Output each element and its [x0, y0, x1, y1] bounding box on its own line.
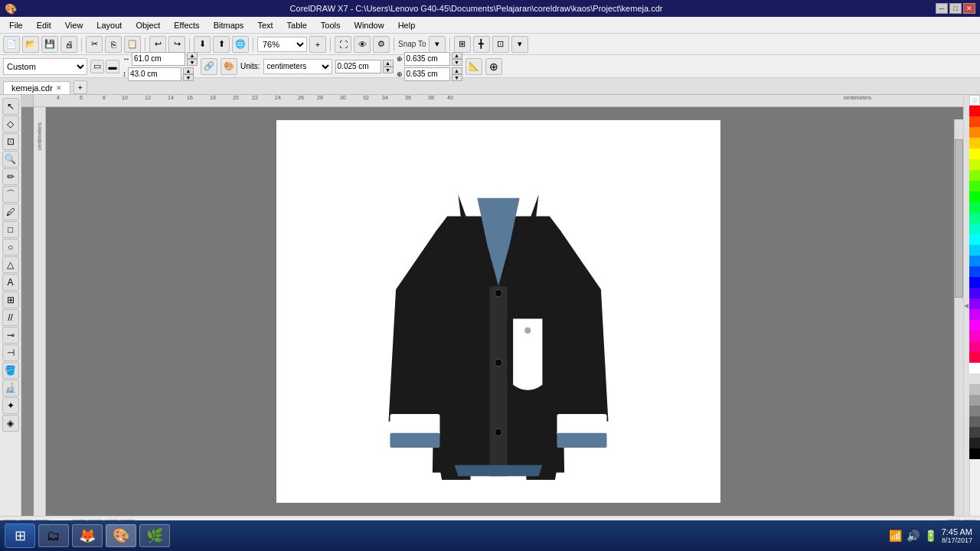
color-swatch-24[interactable] — [969, 363, 980, 373]
color-swatch-1[interactable] — [969, 116, 980, 127]
freehand-tool[interactable]: ✏ — [2, 168, 19, 185]
full-screen-btn[interactable]: ⛶ — [335, 36, 351, 53]
guide-btn[interactable]: ╋ — [473, 36, 490, 53]
parallel-tool[interactable]: // — [2, 309, 19, 326]
save-btn[interactable]: 💾 — [41, 36, 58, 53]
lock-aspect-btn[interactable]: 🔗 — [201, 58, 217, 75]
color-swatch-5[interactable] — [969, 159, 980, 170]
color-swatch-22[interactable] — [969, 341, 980, 352]
drawing-scale-btn[interactable]: 📐 — [466, 58, 482, 75]
bezier-tool[interactable]: ⌒ — [2, 186, 19, 203]
zoom-in-btn[interactable]: + — [309, 36, 326, 53]
color-swatch-19[interactable] — [969, 309, 980, 320]
connector-tool[interactable]: ⊸ — [2, 327, 19, 344]
menu-window[interactable]: Window — [348, 19, 390, 31]
eyedropper-tool[interactable]: 🔬 — [2, 380, 19, 396]
width-down[interactable]: ▼ — [187, 59, 198, 66]
color-swatch-16[interactable] — [969, 277, 980, 288]
crop-tool[interactable]: ⊡ — [2, 133, 19, 150]
color-swatch-10[interactable] — [969, 213, 980, 223]
text-tool[interactable]: A — [2, 274, 19, 291]
menu-view[interactable]: View — [59, 19, 90, 31]
taskbar-coreldraw[interactable]: 🎨 — [106, 524, 136, 547]
nudge3-up[interactable]: ▲ — [452, 67, 462, 74]
menu-file[interactable]: File — [3, 19, 29, 31]
close-button[interactable]: ✕ — [963, 3, 975, 14]
undo-btn[interactable]: ↩ — [149, 36, 166, 53]
polygon-tool[interactable]: △ — [2, 256, 19, 273]
table-tool[interactable]: ⊞ — [2, 292, 19, 308]
new-btn[interactable]: 📄 — [3, 36, 20, 53]
menu-tools[interactable]: Tools — [315, 19, 347, 31]
nudge3-input[interactable] — [404, 67, 450, 81]
interactive-tool[interactable]: ✦ — [2, 397, 19, 414]
snap-options-btn[interactable]: ⊡ — [492, 36, 509, 53]
color-swatch-2[interactable] — [969, 127, 980, 138]
width-input[interactable] — [132, 52, 185, 66]
portrait-btn[interactable]: ▭ — [90, 60, 104, 73]
menu-text[interactable]: Text — [251, 19, 279, 31]
landscape-btn[interactable]: ▬ — [106, 60, 119, 73]
color-swatch-20[interactable] — [969, 320, 980, 331]
color-swatch-17[interactable] — [969, 288, 980, 298]
print-btn[interactable]: 🖨 — [60, 36, 77, 53]
zoom-select[interactable]: 76% — [257, 37, 307, 52]
vertical-scroll-thumb[interactable] — [955, 139, 963, 298]
nudge2-input[interactable] — [404, 52, 450, 66]
color-swatch-14[interactable] — [969, 256, 980, 266]
menu-table[interactable]: Table — [281, 19, 313, 31]
maximize-button[interactable]: □ — [949, 3, 962, 14]
grid-btn[interactable]: ⊞ — [454, 36, 471, 53]
export-btn[interactable]: ⬆ — [213, 36, 230, 53]
minimize-button[interactable]: ─ — [936, 3, 948, 14]
shape-tool[interactable]: ◇ — [2, 116, 19, 132]
color-swatch-11[interactable] — [969, 223, 980, 234]
cut-btn[interactable]: ✂ — [86, 36, 103, 53]
height-down[interactable]: ▼ — [183, 74, 194, 81]
rectangle-tool[interactable]: □ — [2, 221, 19, 238]
color-swatch-12[interactable] — [969, 234, 980, 245]
menu-bitmaps[interactable]: Bitmaps — [207, 19, 250, 31]
menu-object[interactable]: Object — [129, 19, 166, 31]
taskbar-browser[interactable]: 🦊 — [72, 524, 103, 547]
import-btn[interactable]: ⬇ — [194, 36, 211, 53]
menu-layout[interactable]: Layout — [90, 19, 128, 31]
dimension-tool[interactable]: ⊣ — [2, 344, 19, 361]
menu-effects[interactable]: Effects — [168, 19, 205, 31]
nudge2-up[interactable]: ▲ — [452, 52, 462, 59]
snap-dropdown-btn[interactable]: ▾ — [429, 36, 446, 53]
color-swatch-6[interactable] — [969, 170, 980, 181]
color-swatch-7[interactable] — [969, 181, 980, 191]
drawing-page[interactable] — [276, 120, 720, 503]
add-page-btn[interactable]: ⊕ — [485, 58, 502, 75]
publish-btn[interactable]: 🌐 — [232, 36, 249, 53]
units-select[interactable]: centimeters — [263, 59, 332, 74]
color-swatch-4[interactable] — [969, 148, 980, 159]
color-swatch-15[interactable] — [969, 266, 980, 277]
document-tab[interactable]: kemeja.cdr ✕ — [3, 81, 70, 94]
taskbar-explorer[interactable]: 🗂 — [38, 524, 69, 547]
height-input[interactable] — [128, 67, 181, 81]
color-swatch-29[interactable] — [969, 416, 980, 427]
none-swatch[interactable]: ∅ — [969, 95, 980, 106]
color-swatch-32[interactable] — [969, 448, 980, 459]
nudge-down[interactable]: ▼ — [383, 67, 394, 73]
pen-tool[interactable]: 🖊 — [2, 204, 19, 220]
settings-btn[interactable]: ⚙ — [373, 36, 390, 53]
color-swatch-25[interactable] — [969, 373, 980, 384]
menu-edit[interactable]: Edit — [31, 19, 57, 31]
color-swatch-30[interactable] — [969, 427, 980, 438]
nudge-up[interactable]: ▲ — [383, 60, 394, 67]
height-up[interactable]: ▲ — [183, 67, 194, 74]
color-swatch-21[interactable] — [969, 331, 980, 341]
fill-tool[interactable]: 🪣 — [2, 362, 19, 379]
nudge3-down[interactable]: ▼ — [452, 74, 462, 81]
copy-btn[interactable]: ⎘ — [105, 36, 122, 53]
select-tool[interactable]: ↖ — [2, 98, 19, 115]
redo-btn[interactable]: ↪ — [168, 36, 185, 53]
page-bg-btn[interactable]: 🎨 — [220, 58, 237, 75]
start-button[interactable]: ⊞ — [5, 523, 35, 548]
color-swatch-8[interactable] — [969, 191, 980, 202]
zoom-tool[interactable]: 🔍 — [2, 151, 19, 168]
nudge2-down[interactable]: ▼ — [452, 59, 462, 66]
